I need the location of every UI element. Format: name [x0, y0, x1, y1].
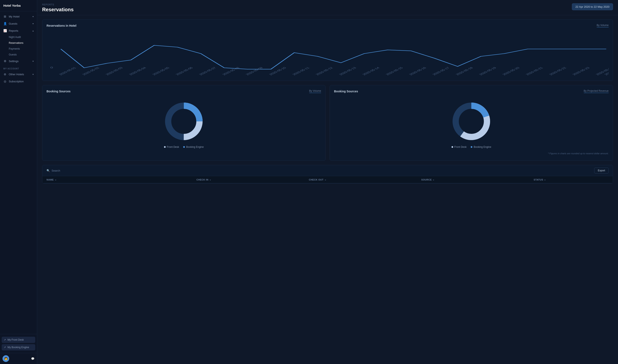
revenue-card-header: Booking Sources By Projected Revenue: [334, 90, 609, 93]
x-label-11: 2020-05-11: [292, 66, 310, 76]
sidebar-item-other-hotels[interactable]: ⊚ Other Hotels ▾: [0, 71, 37, 78]
chevron-icon: ▾: [33, 15, 34, 18]
my-front-desk-button[interactable]: ↗ My Front Desk: [2, 337, 35, 343]
search-icon: 🔍: [47, 169, 50, 172]
x-label-12: 2020-05-12: [315, 66, 334, 76]
x-label-13: 2020-05-13: [338, 66, 357, 76]
revenue-legend-front-desk: Front Desk: [452, 145, 467, 148]
sidebar-item-settings[interactable]: ⚙ Settings ▾: [0, 58, 37, 65]
sort-icon-checkin: ⌄: [209, 178, 211, 181]
export-button[interactable]: Export: [594, 168, 609, 173]
sidebar-item-subscription[interactable]: ◎ Subscription: [0, 78, 37, 85]
subscription-icon: ◎: [3, 80, 7, 83]
other-hotels-icon: ⊚: [3, 73, 7, 76]
sidebar-item-reservations[interactable]: Reservations: [0, 40, 37, 46]
x-label-6: 2020-05-06: [175, 66, 193, 76]
front-desk-label: My Front Desk: [8, 338, 24, 341]
booking-engine-dot: [183, 146, 185, 148]
breadcrumb: REPORTS: [42, 3, 74, 6]
date-range-button[interactable]: 22 Apr 2020 to 22 May 2020: [572, 3, 613, 10]
avatar[interactable]: 🧑: [2, 355, 9, 362]
reservations-table: 🔍 Search Export NAME ⌄ CHECK IN ⌄ CHECK …: [42, 165, 613, 183]
sort-icon-checkout: ⌄: [324, 178, 326, 181]
sidebar-item-night-audit[interactable]: Night Audit: [0, 34, 37, 40]
th-checkout[interactable]: CHECK OUT ⌄: [309, 178, 421, 181]
my-account-section: MY ACCOUNT: [0, 65, 37, 71]
hotel-icon: ⊞: [3, 15, 7, 18]
volume-card-subtitle: By Volume: [309, 90, 321, 93]
search-box[interactable]: 🔍 Search: [47, 169, 60, 172]
guests-icon: 👤: [3, 22, 7, 25]
th-checkin[interactable]: CHECK IN ⌄: [196, 178, 309, 181]
table-toolbar: 🔍 Search Export: [42, 165, 613, 176]
sidebar-item-guests[interactable]: 👤 Guests ▾: [0, 20, 37, 27]
reservations-chart-card: Reservations in Hotel By Volume 0 2020-0…: [42, 19, 613, 81]
volume-card-title: Booking Sources: [47, 90, 70, 93]
x-label-19: 2020-05-19: [478, 66, 497, 76]
x-label-3: 2020-05-03: [105, 66, 123, 76]
table-header-row: NAME ⌄ CHECK IN ⌄ CHECK OUT ⌄ SOURCE ⌄ S…: [42, 176, 613, 183]
payments-label: Payments: [9, 47, 20, 50]
main-content: Reservations in Hotel By Volume 0 2020-0…: [37, 15, 618, 364]
x-label-7: 2020-05-07: [198, 66, 217, 76]
sidebar-item-label: Settings: [9, 60, 19, 63]
x-label-20: 2020-05-20: [501, 66, 520, 76]
x-label-1: 2020-05-01: [58, 66, 77, 76]
message-icon[interactable]: 💬: [31, 357, 34, 360]
revenue-card-subtitle: By Projected Revenue: [584, 90, 609, 93]
booking-sources-revenue-card: Booking Sources By Projected Revenue: [330, 85, 613, 161]
booking-engine-label: Booking Engine: [186, 145, 204, 148]
figures-note: * Figures in charts are rounded up to ne…: [334, 151, 609, 156]
chevron-icon: ▾: [33, 23, 34, 25]
chart-title: Reservations in Hotel: [47, 24, 76, 27]
sidebar-footer: 🧑 💬: [0, 353, 37, 364]
sidebar-item-label: Subscription: [9, 80, 24, 83]
sidebar-item-reports[interactable]: 📈 Reports ▴: [0, 27, 37, 34]
search-placeholder: Search: [52, 169, 60, 172]
x-label-17: 2020-05-17: [431, 66, 450, 76]
x-label-10: 2020-05-10: [268, 66, 287, 76]
revenue-card-title: Booking Sources: [334, 90, 358, 93]
sidebar-nav: ⊞ My Hotel ▾ 👤 Guests ▾ 📈 Reports ▴ Nigh…: [0, 11, 37, 334]
th-name[interactable]: NAME ⌄: [47, 178, 196, 181]
volume-legend: Front Desk Booking Engine: [164, 145, 204, 148]
reports-icon: 📈: [3, 29, 7, 32]
sidebar-item-my-hotel[interactable]: ⊞ My Hotel ▾: [0, 13, 37, 20]
x-label-15: 2020-05-15: [385, 66, 403, 76]
x-label-22: 2020-05-22: [548, 66, 567, 76]
th-source[interactable]: SOURCE ⌄: [421, 178, 534, 181]
my-booking-engine-button[interactable]: ↗ My Booking Engine: [2, 344, 35, 351]
front-desk-icon: ↗: [4, 338, 6, 341]
donut-charts-row: Booking Sources By Volume: [42, 85, 613, 161]
x-label-16: 2020-05-16: [408, 66, 427, 76]
sidebar-item-label: Reports: [9, 29, 18, 32]
sidebar-item-guests-sub[interactable]: Guests: [0, 52, 37, 58]
reservations-label: Reservations: [9, 41, 23, 44]
front-desk-dot: [164, 146, 166, 148]
main-content-area: REPORTS Reservations 22 Apr 2020 to 22 M…: [37, 0, 618, 364]
booking-sources-volume-card: Booking Sources By Volume: [42, 85, 325, 161]
revenue-donut-container: Front Desk Booking Engine: [334, 96, 609, 151]
x-label-9: 2020-05-09: [245, 66, 264, 76]
sidebar-bottom: ↗ My Front Desk ↗ My Booking Engine: [0, 334, 37, 353]
line-chart-container: 0 2020-05-01 2020-05-02 2020-05-03 2020-…: [47, 31, 609, 77]
x-label-21: 2020-05-21: [525, 66, 544, 76]
front-desk-label: Front Desk: [167, 145, 179, 148]
line-chart-svg: 0 2020-05-01 2020-05-02 2020-05-03 2020-…: [47, 31, 609, 77]
x-label-18: 2020-05-18: [455, 66, 474, 76]
th-status[interactable]: STATUS ⌄: [534, 178, 609, 181]
sort-icon-name: ⌄: [55, 178, 57, 181]
booking-engine-label: My Booking Engine: [8, 346, 29, 349]
sidebar-item-payments[interactable]: Payments: [0, 46, 37, 52]
x-label-23: 2020-05-23: [571, 66, 590, 76]
main-header: REPORTS Reservations 22 Apr 2020 to 22 M…: [37, 0, 618, 15]
guests-sub-label: Guests: [9, 53, 17, 56]
sidebar-item-label: Guests: [9, 22, 17, 25]
sidebar-item-label: My Hotel: [9, 15, 19, 18]
x-label-14: 2020-05-14: [361, 66, 380, 76]
volume-legend-front-desk: Front Desk: [164, 145, 179, 148]
sidebar-logo: Hotel Yorba: [0, 0, 37, 11]
sidebar: Hotel Yorba ⊞ My Hotel ▾ 👤 Guests ▾ 📈 Re…: [0, 0, 37, 364]
revenue-legend: Front Desk Booking Engine: [452, 145, 491, 148]
volume-donut-container: Front Desk Booking Engine: [47, 96, 321, 151]
